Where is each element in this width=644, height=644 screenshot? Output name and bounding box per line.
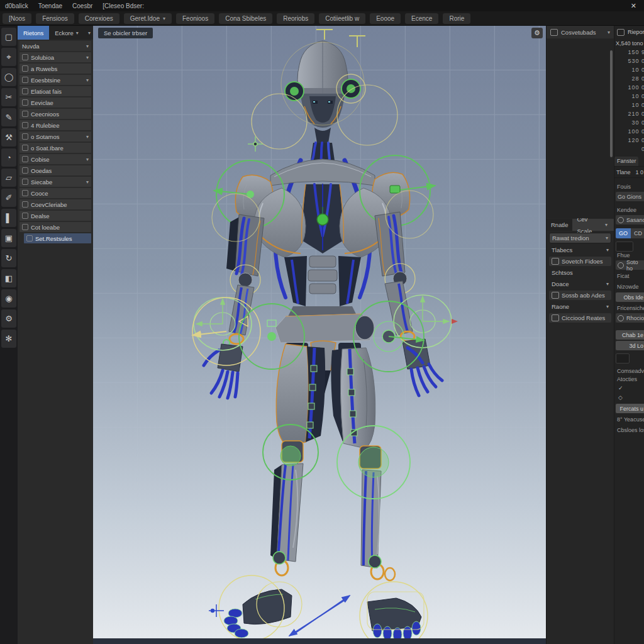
value-row[interactable]: 10 0: [614, 65, 644, 74]
hammer-tool-icon[interactable]: ⚒: [1, 128, 16, 147]
circle-select-icon[interactable]: ◯: [1, 68, 16, 86]
rig-row[interactable]: Cicciood Reates: [549, 313, 611, 323]
mask-icon: [550, 29, 558, 36]
rhocios-field[interactable]: Rhocios: [616, 313, 644, 323]
properties-header[interactable]: Rieport b: [614, 26, 644, 38]
rig-row[interactable]: Sossb aob Ades: [549, 291, 611, 300]
value-row[interactable]: 100 0: [614, 127, 644, 136]
menu-window[interactable]: [Cleseo Bdser:: [103, 3, 144, 9]
list-item[interactable]: Nuvda▾: [19, 41, 91, 51]
list-item[interactable]: Ooedas: [19, 165, 91, 175]
orbit-tool-icon[interactable]: ↻: [1, 249, 16, 267]
list-item[interactable]: Siecabe▾: [19, 177, 91, 187]
list-item[interactable]: o Soat.Ibare: [19, 143, 91, 153]
draw-tool-icon[interactable]: ✐: [1, 189, 16, 207]
column-tool-icon[interactable]: ▌: [1, 209, 16, 227]
mask-tool-icon[interactable]: ◧: [1, 269, 16, 287]
list-item[interactable]: 4 Rulebiee: [19, 120, 91, 130]
mode-tab-go[interactable]: GO: [616, 228, 631, 238]
rig-row-select[interactable]: Rawat tredion▾: [549, 233, 611, 243]
list-item[interactable]: Eoesbtsine▾: [19, 75, 91, 85]
value-row[interactable]: 28 0: [614, 74, 644, 83]
diamond-icon[interactable]: ◇: [614, 393, 644, 402]
tab-rietons[interactable]: Rietons: [18, 26, 49, 40]
list-item[interactable]: Cobise▾: [19, 154, 91, 164]
menu-file[interactable]: d0balick: [5, 3, 28, 9]
properties-panel: Rieport b X,540 tono 150 9 530 0 10 0 28…: [614, 26, 644, 644]
workspace-tab[interactable]: [Noos: [3, 13, 31, 24]
menu-render[interactable]: Coesbr: [72, 3, 92, 9]
chevron-down-icon[interactable]: ▾: [86, 26, 93, 40]
menu-edit[interactable]: Toendae: [38, 3, 62, 9]
scissors-tool-icon[interactable]: ✂: [1, 88, 16, 106]
target-tool-icon[interactable]: ◉: [1, 289, 16, 308]
value-input[interactable]: [616, 353, 630, 364]
application-window: d0balick Toendae Coesbr [Cleseo Bdser: ✕…: [0, 0, 644, 644]
list-item[interactable]: a Ruwebs: [19, 64, 91, 74]
obs-ide-button[interactable]: Obs Ide: [616, 292, 644, 302]
list-item[interactable]: Elatioat fais: [19, 86, 91, 96]
list-item[interactable]: Cooce: [19, 188, 91, 198]
rig-row[interactable]: Sovetch Fidoes: [549, 257, 611, 266]
viewport-gear-icon[interactable]: ⚙: [531, 28, 543, 38]
close-icon[interactable]: ✕: [628, 2, 639, 10]
list-item[interactable]: o Sotamos▾: [19, 131, 91, 142]
rig-row-section[interactable]: Tlabecs▾: [549, 245, 611, 255]
value-row[interactable]: 530 0: [614, 57, 644, 65]
tab-cev-scale[interactable]: Cev Scale▾: [572, 219, 614, 231]
workspace-tab[interactable]: Fensioos: [36, 13, 74, 24]
rig-row-section[interactable]: Doace▾: [549, 279, 611, 289]
list-item[interactable]: Solubioa▾: [19, 52, 91, 62]
list-item[interactable]: Cot loeabe: [19, 222, 91, 232]
value-row[interactable]: 120 0: [614, 136, 644, 145]
list-item[interactable]: CoevCleriabe: [19, 199, 91, 209]
pen-tool-icon[interactable]: ✎: [1, 108, 16, 126]
workspace-tab[interactable]: Cona Sbibeles: [219, 13, 272, 24]
tab-rnatle[interactable]: Rnatle: [547, 219, 572, 231]
workspace-tab[interactable]: Cotiieetlib w: [319, 13, 365, 24]
workspace-tab[interactable]: Rorie: [443, 13, 470, 24]
list-item[interactable]: Dealse: [19, 211, 91, 221]
workspace-tab[interactable]: Eoooe: [370, 13, 401, 24]
3d-lo-button[interactable]: 3d Lo: [616, 341, 644, 350]
tab-eckore[interactable]: Eckore▾: [49, 26, 84, 40]
sasancea-field[interactable]: Sasancea: [616, 215, 644, 225]
scrollbar[interactable]: [610, 50, 613, 157]
fercats-button[interactable]: Fercats u: [616, 404, 644, 413]
cursor-tool-icon[interactable]: ⌖: [1, 48, 16, 66]
list-item-selected[interactable]: Set.Restsules: [24, 233, 91, 243]
constraints-panel-header[interactable]: Cosvetubads ▾: [547, 26, 614, 38]
mode-tab-cd[interactable]: CD: [631, 228, 644, 238]
value-row[interactable]: 30 0: [614, 118, 644, 127]
list-item[interactable]: Ceecnioos: [19, 109, 91, 119]
list-item[interactable]: Eeviclae: [19, 97, 91, 108]
dial-tool-icon[interactable]: ◔: [1, 148, 16, 167]
value-row[interactable]: 150 9: [614, 48, 644, 57]
constraints-panel: Cosvetubads ▾ Rnatle Cev Scale▾ Rawat tr…: [546, 26, 614, 644]
go-gions-field[interactable]: Go Gions: [616, 192, 644, 201]
value-row[interactable]: 210 0: [614, 109, 644, 118]
workspace-tab[interactable]: Feonioos: [176, 13, 214, 24]
list-item-label: o Sotamos: [31, 133, 59, 140]
texture-tool-icon[interactable]: ▣: [1, 229, 16, 247]
value-row[interactable]: 0: [614, 145, 644, 153]
value-input[interactable]: [616, 242, 633, 252]
capsule-tool-icon[interactable]: ▱: [1, 169, 16, 187]
tlane-row[interactable]: Tlane 1 0: [614, 166, 644, 178]
value-row[interactable]: 10 0: [614, 101, 644, 109]
chab-button[interactable]: Chab 1e: [616, 330, 644, 340]
tab-fanster[interactable]: Fanster: [614, 157, 638, 166]
workspace-tab[interactable]: Corexioes: [79, 13, 119, 24]
workspace-tab[interactable]: Reoriobs: [277, 13, 314, 24]
box-select-tool-icon[interactable]: ▢: [1, 28, 16, 46]
gear-sparks-icon[interactable]: ✻: [1, 330, 16, 348]
gear-icon[interactable]: ⚙: [1, 309, 16, 328]
rig-row-section[interactable]: Raone▾: [549, 302, 611, 311]
value-row[interactable]: 100 0: [614, 83, 644, 92]
3d-viewport[interactable]: Se obicler trbser ⚙: [93, 26, 546, 644]
workspace-tab[interactable]: Geret.Idoe▾: [124, 13, 172, 24]
check-icon[interactable]: ✓: [614, 384, 644, 393]
soto-ho-field[interactable]: Soto ho: [616, 260, 644, 270]
workspace-tab[interactable]: Ecence: [405, 13, 438, 24]
value-row[interactable]: 10 0: [614, 92, 644, 101]
